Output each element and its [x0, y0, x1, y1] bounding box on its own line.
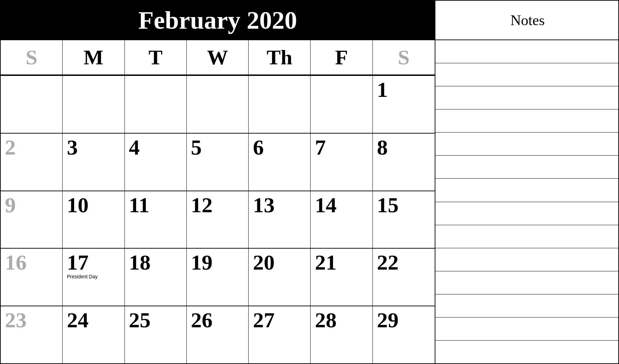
cell-number: 28	[315, 309, 336, 331]
cell-number: 25	[129, 309, 151, 331]
calendar-cell[interactable]: 24	[63, 306, 124, 363]
calendar-cell[interactable]: 6	[249, 134, 311, 191]
days-header: SMTWThFS	[1, 40, 435, 75]
calendar-cell[interactable]	[125, 76, 187, 133]
calendar-cell[interactable]: 5	[187, 134, 249, 191]
calendar-cell[interactable]	[1, 76, 63, 133]
cell-number: 7	[315, 136, 326, 158]
cell-number: 11	[129, 194, 150, 216]
cell-number: 12	[191, 194, 213, 216]
cell-number: 5	[191, 136, 202, 158]
calendar-cell[interactable]: 4	[125, 134, 187, 191]
cell-number: 21	[315, 251, 336, 273]
day-header-s: S	[373, 40, 435, 74]
calendar-cell[interactable]: 15	[373, 191, 435, 248]
cell-number: 26	[191, 309, 213, 331]
cell-number: 18	[129, 251, 151, 273]
notes-line[interactable]	[435, 225, 619, 248]
calendar-title: February 2020	[1, 1, 435, 40]
cell-number: 23	[5, 309, 27, 331]
calendar-cell[interactable]: 17President Day	[63, 249, 124, 306]
calendar-cell[interactable]: 28	[311, 306, 372, 363]
app-container: February 2020 SMTWThFS 12345678910111213…	[0, 0, 619, 364]
notes-line[interactable]	[435, 341, 619, 363]
calendar-cell[interactable]	[187, 76, 249, 133]
calendar-cell[interactable]: 7	[311, 134, 372, 191]
cell-number: 27	[253, 309, 275, 331]
notes-line[interactable]	[435, 109, 619, 133]
cell-number: 22	[377, 251, 399, 273]
cell-number: 17	[67, 251, 88, 273]
cell-number: 4	[129, 136, 140, 158]
day-header-t: T	[125, 40, 187, 74]
cell-number: 20	[253, 251, 275, 273]
calendar-cell[interactable]: 21	[311, 249, 372, 306]
calendar-cell[interactable]: 2	[1, 134, 63, 191]
cell-number: 14	[315, 194, 336, 216]
cell-number: 19	[191, 251, 213, 273]
calendar-section: February 2020 SMTWThFS 12345678910111213…	[1, 1, 435, 363]
notes-line[interactable]	[435, 248, 619, 271]
calendar-cell[interactable]	[311, 76, 372, 133]
day-header-w: W	[187, 40, 249, 74]
notes-title: Notes	[435, 1, 619, 40]
notes-line[interactable]	[435, 40, 619, 63]
cell-number: 10	[67, 194, 88, 216]
calendar-cell[interactable]: 19	[187, 249, 249, 306]
notes-line[interactable]	[435, 63, 619, 86]
calendar-row-3: 1617President Day1819202122	[1, 248, 435, 306]
calendar-row-0: 1	[1, 75, 435, 133]
calendar-cell[interactable]: 20	[249, 249, 311, 306]
calendar-cell[interactable]: 18	[125, 249, 187, 306]
cell-number: 8	[377, 136, 388, 158]
day-header-s: S	[1, 40, 63, 74]
calendar-cell[interactable]: 16	[1, 249, 63, 306]
notes-lines	[435, 40, 619, 363]
cell-event: President Day	[67, 274, 98, 279]
calendar-cell[interactable]: 27	[249, 306, 311, 363]
notes-line[interactable]	[435, 317, 619, 341]
calendar-cell[interactable]: 12	[187, 191, 249, 248]
calendar-cell[interactable]: 8	[373, 134, 435, 191]
calendar-cell[interactable]: 29	[373, 306, 435, 363]
notes-line[interactable]	[435, 133, 619, 156]
calendar-cell[interactable]: 14	[311, 191, 372, 248]
day-header-th: Th	[249, 40, 311, 74]
calendar-cell[interactable]: 1	[373, 76, 435, 133]
calendar-row-4: 23242526272829	[1, 306, 435, 363]
calendar-cell[interactable]: 26	[187, 306, 249, 363]
notes-line[interactable]	[435, 156, 619, 179]
cell-number: 6	[253, 136, 264, 158]
cell-number: 1	[377, 79, 388, 100]
cell-number: 16	[5, 251, 27, 273]
notes-line[interactable]	[435, 86, 619, 109]
calendar-cell[interactable]	[249, 76, 311, 133]
calendar-cell[interactable]: 3	[63, 134, 124, 191]
calendar-cell[interactable]	[63, 76, 124, 133]
calendar-cell[interactable]: 11	[125, 191, 187, 248]
calendar-cell[interactable]: 10	[63, 191, 124, 248]
day-header-f: F	[311, 40, 372, 74]
calendar-row-2: 9101112131415	[1, 191, 435, 248]
calendar-row-1: 2345678	[1, 133, 435, 191]
cell-number: 24	[67, 309, 88, 331]
calendar-cell[interactable]: 9	[1, 191, 63, 248]
notes-line[interactable]	[435, 271, 619, 294]
notes-line[interactable]	[435, 294, 619, 317]
calendar-cell[interactable]: 23	[1, 306, 63, 363]
calendar-grid: 1234567891011121314151617President Day18…	[1, 75, 435, 363]
cell-number: 3	[67, 136, 78, 158]
cell-number: 29	[377, 309, 399, 331]
cell-number: 9	[5, 194, 16, 216]
calendar-cell[interactable]: 13	[249, 191, 311, 248]
notes-section: Notes	[435, 1, 619, 363]
cell-number: 13	[253, 194, 275, 216]
calendar-cell[interactable]: 25	[125, 306, 187, 363]
calendar-cell[interactable]: 22	[373, 249, 435, 306]
cell-number: 2	[5, 136, 16, 158]
notes-line[interactable]	[435, 179, 619, 202]
notes-line[interactable]	[435, 202, 619, 225]
day-header-m: M	[63, 40, 124, 74]
cell-number: 15	[377, 194, 399, 216]
